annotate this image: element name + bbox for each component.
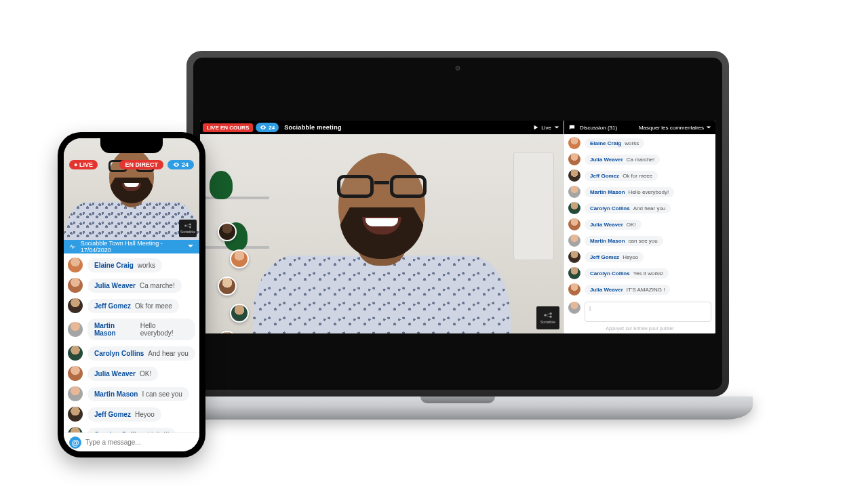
mention-icon[interactable]: @ — [69, 436, 81, 449]
chat-author: Martin Mason — [94, 390, 138, 398]
chat-author: Julia Weaver — [590, 287, 623, 293]
chat-row: Elaine Craig works — [68, 258, 195, 272]
chat-author: Jeff Gomez — [590, 254, 619, 260]
chat-author: Jeff Gomez — [94, 411, 131, 418]
avatar — [68, 366, 83, 381]
avatar — [68, 278, 83, 293]
views-badge: 24 — [167, 160, 194, 169]
chat-row: Carolyn Collins Hello!!! — [68, 427, 195, 432]
chat-title: Discussion (31) — [580, 125, 617, 131]
chat-bubble: Carolyn Collins And hear you — [87, 346, 195, 361]
chat-text: Ok for meee — [623, 173, 652, 179]
live-badge: ● LIVE — [69, 160, 98, 169]
chat-row: Martin Mason Hello everybody! — [568, 186, 711, 198]
chat-bubble: Julia Weaver OK! — [87, 367, 158, 381]
video-topbar: LIVE EN COURS 24 Sociabble meeting Live — [200, 121, 564, 134]
participant-avatar[interactable] — [230, 304, 249, 323]
avatar — [568, 218, 580, 230]
chat-bubble: Julia Weaver Ca marche! — [87, 279, 182, 293]
phone-video-pane[interactable]: ● LIVE EN DIRECT 24 Sociabble — [64, 138, 199, 240]
chat-bubble: Julia Weaver Ca marche! — [585, 155, 660, 165]
chat-icon — [568, 124, 576, 131]
avatar — [68, 258, 83, 272]
chat-bubble: Carolyn Collins Hello!!! — [87, 428, 176, 433]
chat-author: Jeff Gomez — [590, 173, 619, 179]
chat-row: Julia Weaver OK! — [68, 366, 195, 381]
phone-notch — [100, 138, 163, 153]
chat-text: Hello everybody! — [629, 189, 669, 195]
hide-comments-button[interactable]: Masquer les commentaires — [639, 125, 711, 131]
chat-text: And hear you — [148, 350, 189, 357]
chat-text: I can see you — [142, 390, 182, 398]
views-badge: 24 — [256, 123, 279, 132]
laptop-base — [163, 396, 753, 420]
play-live-button[interactable]: Live — [529, 125, 564, 131]
chat-author: Elaine Craig — [590, 140, 621, 146]
svg-point-3 — [184, 225, 186, 227]
phone-chat-list[interactable]: Elaine Craig works Julia Weaver Ca march… — [64, 253, 199, 432]
chat-row: Carolyn Collins Yes it works! — [568, 267, 711, 279]
avatar — [68, 322, 83, 337]
phone-mockup: ● LIVE EN DIRECT 24 Sociabble Sociabble … — [58, 132, 205, 458]
phone-chat-input[interactable] — [85, 439, 194, 446]
laptop-lid: LIVE EN COURS 24 Sociabble meeting Live — [186, 51, 729, 396]
laptop-mockup: LIVE EN COURS 24 Sociabble meeting Live — [186, 51, 729, 427]
participant-avatar[interactable] — [218, 222, 237, 241]
presenter-video — [253, 144, 511, 333]
chat-bubble: Carolyn Collins Yes it works! — [585, 268, 669, 279]
chat-author: Jeff Gomez — [94, 302, 131, 310]
live-badge: LIVE EN COURS — [203, 123, 253, 132]
video-pane[interactable]: LIVE EN COURS 24 Sociabble meeting Live — [200, 121, 564, 333]
chat-author: Martin Mason — [590, 238, 625, 244]
chat-input[interactable]: | — [585, 302, 711, 322]
chat-author: Martin Mason — [590, 189, 625, 195]
bg-fixture — [513, 152, 554, 260]
chat-row: Jeff Gomez Ok for meee — [68, 298, 195, 313]
chat-text: Ca marche! — [140, 282, 175, 289]
chevron-down-icon — [187, 243, 194, 251]
chevron-down-icon — [554, 125, 559, 130]
laptop-bezel: LIVE EN COURS 24 Sociabble meeting Live — [193, 58, 722, 390]
chat-sidebar: Discussion (31) Masquer les commentaires… — [564, 121, 715, 333]
chat-text: Heyoo — [623, 254, 638, 260]
chat-author: Julia Weaver — [590, 222, 623, 228]
avatar — [68, 427, 83, 432]
chat-row: Carolyn Collins And hear you — [68, 346, 195, 361]
chat-author: Julia Weaver — [94, 370, 136, 378]
chat-author: Julia Weaver — [94, 282, 136, 289]
chat-bubble: Julia Weaver IT'S AMAZING ! — [585, 285, 670, 295]
avatar — [568, 251, 580, 263]
avatar — [68, 407, 83, 422]
participant-avatar[interactable] — [218, 331, 237, 333]
avatar — [568, 267, 580, 279]
eye-icon — [173, 161, 180, 168]
chat-bubble: Martin Mason Hello everybody! — [585, 187, 674, 197]
play-icon — [533, 125, 538, 130]
chat-bubble: Martin Mason Hello everybody! — [87, 319, 195, 340]
participant-avatar[interactable] — [218, 277, 237, 296]
avatar — [568, 202, 580, 214]
chat-text: can see you — [629, 238, 658, 244]
chat-hint: Appuyez sur Entrée pour publier — [564, 325, 715, 333]
svg-point-0 — [544, 314, 547, 317]
avatar — [568, 283, 580, 296]
avatar — [568, 186, 580, 198]
chat-row: Jeff Gomez Heyoo — [568, 251, 711, 263]
chat-bubble: Jeff Gomez Heyoo — [87, 407, 161, 422]
participant-avatar[interactable] — [230, 249, 249, 268]
chat-row: Carolyn Collins And hear you — [568, 202, 711, 214]
brand-watermark: Sociabble — [179, 220, 197, 237]
chat-bubble: Martin Mason can see you — [585, 236, 663, 246]
chat-text: Ca marche! — [627, 157, 654, 163]
chat-list[interactable]: Elaine Craig works Julia Weaver Ca march… — [564, 134, 715, 299]
phone-screen: ● LIVE EN DIRECT 24 Sociabble Sociabble … — [64, 138, 199, 451]
phone-input-bar: @ — [64, 432, 199, 451]
chat-bubble: Jeff Gomez Ok for meee — [585, 171, 658, 181]
chat-bubble: Martin Mason I can see you — [87, 387, 189, 401]
chat-text: OK! — [627, 222, 636, 228]
phone-badge-bar: ● LIVE EN DIRECT 24 — [69, 160, 194, 169]
chat-author: Carolyn Collins — [590, 205, 630, 211]
chat-row: Martin Mason I can see you — [68, 386, 195, 401]
bg-plant — [210, 171, 233, 199]
meeting-accordion[interactable]: Sociabble Town Hall Meeting - 17/04/2020 — [64, 240, 199, 253]
